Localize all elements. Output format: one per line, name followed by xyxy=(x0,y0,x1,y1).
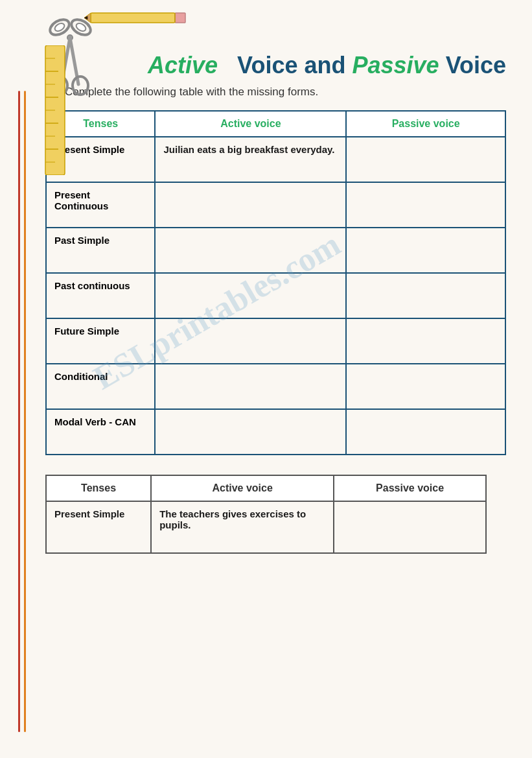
tense-modal-verb: Modal Verb - CAN xyxy=(46,409,155,455)
passive-past-continuous xyxy=(346,273,505,318)
table-row: Modal Verb - CAN xyxy=(46,409,505,455)
svg-point-4 xyxy=(67,35,73,40)
deco-line-2 xyxy=(24,91,26,732)
active-past-continuous xyxy=(155,273,346,318)
second-table-header-row: Tenses Active voice Passive voice xyxy=(46,475,486,501)
title-passive: Passive xyxy=(352,52,439,78)
passive-present-simple xyxy=(346,137,505,182)
page: ESLprintables.com xyxy=(0,0,532,758)
table-row: Present Continuous xyxy=(46,182,505,228)
tense-past-continuous: Past continuous xyxy=(46,273,155,318)
passive-modal-verb xyxy=(346,409,505,455)
subtitle: Complete the following table with the mi… xyxy=(65,86,506,99)
active-modal-verb xyxy=(155,409,346,455)
table-row: Present Simple The teachers gives exerci… xyxy=(46,501,486,553)
table-row: Past Simple xyxy=(46,228,505,273)
header-tenses: Tenses xyxy=(46,111,155,137)
second-tense-present-simple: Present Simple xyxy=(46,501,151,553)
svg-marker-10 xyxy=(84,16,87,19)
tense-conditional: Conditional xyxy=(46,364,155,409)
title-voice: Voice xyxy=(446,52,506,78)
tense-present-continuous: Present Continuous xyxy=(46,182,155,228)
svg-rect-8 xyxy=(175,13,185,23)
active-present-simple: Juilian eats a big breakfast everyday. xyxy=(155,137,346,182)
title-active: Active xyxy=(148,52,218,78)
table-row: Past continuous xyxy=(46,273,505,318)
table-row: Conditional xyxy=(46,364,505,409)
header-active-voice: Active voice xyxy=(155,111,346,137)
passive-past-simple xyxy=(346,228,505,273)
svg-rect-7 xyxy=(91,13,175,23)
svg-point-3 xyxy=(75,22,87,33)
passive-conditional xyxy=(346,364,505,409)
tense-present-simple: Present Simple xyxy=(46,137,155,182)
active-conditional xyxy=(155,364,346,409)
tense-future-simple: Future Simple xyxy=(46,318,155,364)
table-row: Present Simple Juilian eats a big breakf… xyxy=(46,137,505,182)
active-present-continuous xyxy=(155,182,346,228)
main-table-header-row: Tenses Active voice Passive voice xyxy=(46,111,505,137)
pencil-icon xyxy=(84,10,188,26)
svg-point-0 xyxy=(47,16,72,38)
passive-future-simple xyxy=(346,318,505,364)
page-title: Active Voice and Passive Voice xyxy=(26,52,506,79)
second-active-present-simple: The teachers gives exercises to pupils. xyxy=(151,501,334,553)
svg-marker-9 xyxy=(84,13,91,23)
table-row: Future Simple xyxy=(46,318,505,364)
active-past-simple xyxy=(155,228,346,273)
second-header-passive: Passive voice xyxy=(334,475,486,501)
deco-line-1 xyxy=(18,91,20,732)
second-header-tenses: Tenses xyxy=(46,475,151,501)
tense-past-simple: Past Simple xyxy=(46,228,155,273)
svg-point-2 xyxy=(69,16,93,38)
second-table: Tenses Active voice Passive voice Presen… xyxy=(45,475,487,554)
header-passive-voice: Passive voice xyxy=(346,111,505,137)
passive-present-continuous xyxy=(346,182,505,228)
second-header-active: Active voice xyxy=(151,475,334,501)
left-decoration xyxy=(18,91,26,732)
second-table-container: Tenses Active voice Passive voice Presen… xyxy=(45,475,506,554)
svg-point-1 xyxy=(54,22,66,33)
main-table: Tenses Active voice Passive voice Presen… xyxy=(45,110,506,455)
second-passive-present-simple xyxy=(334,501,486,553)
active-future-simple xyxy=(155,318,346,364)
title-and: Voice and xyxy=(224,52,352,78)
